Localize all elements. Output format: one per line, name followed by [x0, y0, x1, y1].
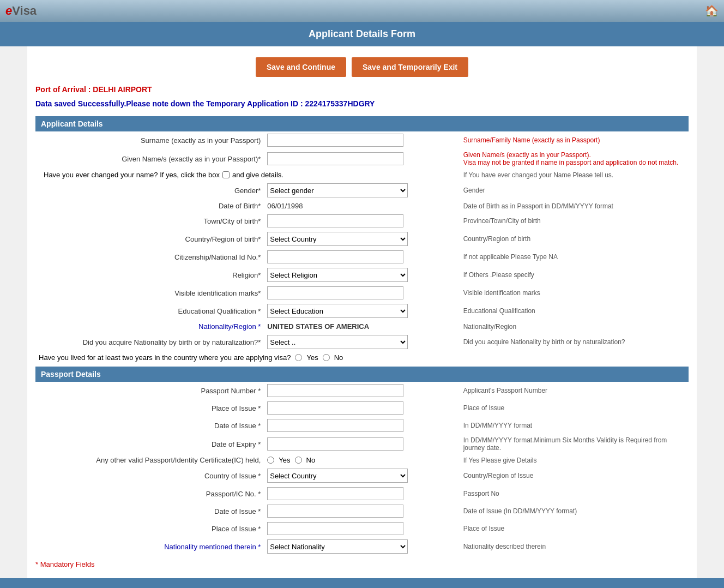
town-input[interactable] — [267, 214, 403, 227]
name-changed-checkbox[interactable] — [222, 171, 230, 178]
education-select[interactable]: Select Education Below Matriculation Mat… — [267, 304, 408, 318]
date-issue2-input[interactable] — [267, 505, 403, 518]
place-issue2-label: Place of Issue * — [35, 520, 264, 537]
place-issue-input-cell — [264, 399, 460, 417]
date-issue-label: Date of Issue * — [35, 417, 264, 434]
visible-marks-hint: Visible identification marks — [460, 284, 689, 302]
surname-row: Surname (exactly as in your Passport) Su… — [35, 131, 689, 149]
date-issue-row: Date of Issue * In DD/MM/YYYY format — [35, 417, 689, 434]
other-passport-yes-label: Yes — [279, 456, 290, 464]
two-years-no-radio[interactable] — [323, 354, 330, 361]
place-issue-row: Place of Issue * Place of Issue — [35, 399, 689, 417]
gender-select-cell: Select gender Male Female Transgender — [264, 181, 460, 200]
country-birth-row: Country/Region of birth* Select Country … — [35, 230, 689, 248]
name-changed-hint: If You have ever changed your Name Pleas… — [460, 169, 689, 181]
visible-marks-input-cell — [264, 284, 460, 302]
acquire-nat-select[interactable]: Select .. Birth Naturalization — [267, 335, 408, 349]
country-birth-label: Country/Region of birth* — [35, 230, 264, 248]
date-issue-hint: In DD/MM/YYYY format — [460, 417, 689, 434]
gender-row: Gender* Select gender Male Female Transg… — [35, 181, 689, 200]
passport-no-input[interactable] — [267, 384, 403, 397]
dob-value: 06/01/1998 — [267, 202, 303, 210]
religion-select-cell: Select Religion Hindu Muslim Christian S… — [264, 266, 460, 284]
country-issue-label: Country of Issue * — [35, 466, 264, 485]
town-row: Town/City of birth* Province/Town/City o… — [35, 212, 689, 230]
two-years-yes-radio[interactable] — [295, 354, 302, 361]
nationality-value: UNITED STATES OF AMERICA — [267, 322, 369, 331]
given-name-row: Given Name/s (exactly as in your Passpor… — [35, 149, 689, 169]
other-passport-hint: If Yes Please give Details — [460, 454, 689, 466]
date-expiry-hint: In DD/MM/YYYY format.Minimum Six Months … — [460, 434, 689, 454]
given-name-label: Given Name/s (exactly as in your Passpor… — [35, 149, 264, 169]
other-passport-yes-radio[interactable] — [267, 457, 274, 464]
date-issue2-label: Date of Issue * — [35, 502, 264, 520]
nationality-therein-select[interactable]: Select Nationality — [267, 539, 408, 554]
gender-label: Gender* — [35, 181, 264, 200]
other-passport-radio-cell: Yes No — [264, 454, 460, 466]
acquire-nat-select-cell: Select .. Birth Naturalization — [264, 333, 460, 351]
dob-value-cell: 06/01/1998 — [264, 200, 460, 212]
passport-ic-row: Passport/IC No. * Passport No — [35, 485, 689, 502]
other-passport-no-radio[interactable] — [295, 457, 302, 464]
nationality-label: Nationality/Region * — [35, 320, 264, 333]
save-continue-button-top[interactable]: Save and Continue — [256, 57, 346, 77]
gender-select[interactable]: Select gender Male Female Transgender — [267, 183, 408, 197]
save-exit-button-top[interactable]: Save and Temporarily Exit — [352, 57, 468, 77]
mandatory-note: * Mandatory Fields — [35, 556, 689, 573]
passport-no-hint: Applicant's Passport Number — [460, 382, 689, 399]
citizenship-input[interactable] — [267, 250, 403, 263]
country-issue-row: Country of Issue * Select Country Countr… — [35, 466, 689, 485]
town-hint: Province/Town/City of birth — [460, 212, 689, 230]
passport-ic-hint: Passport No — [460, 485, 689, 502]
citizenship-label: Citizenship/National Id No.* — [35, 248, 264, 266]
applicant-details-header: Applicant Details — [35, 116, 689, 131]
date-issue-input-cell — [264, 417, 460, 434]
date-expiry-input-cell — [264, 434, 460, 454]
passport-ic-input[interactable] — [267, 487, 403, 500]
education-label: Educational Qualification * — [35, 302, 264, 320]
applicant-form-table: Surname (exactly as in your Passport) Su… — [35, 131, 689, 364]
dob-hint: Date of Birth as in Passport in DD/MM/YY… — [460, 200, 689, 212]
date-expiry-input[interactable] — [267, 437, 403, 451]
two-years-label: Have you lived for at least two years in… — [39, 353, 291, 362]
bottom-bar: Save and Continue Save and Temporarily E… — [0, 578, 724, 588]
town-label: Town/City of birth* — [35, 212, 264, 230]
other-passport-no-label: No — [306, 456, 316, 464]
country-birth-select[interactable]: Select Country — [267, 232, 408, 246]
page-title: Applicant Details Form — [0, 22, 724, 46]
home-icon[interactable]: 🏠 — [705, 4, 719, 17]
nationality-therein-select-cell: Select Nationality — [264, 537, 460, 556]
place-issue-label: Place of Issue * — [35, 399, 264, 417]
visible-marks-input[interactable] — [267, 286, 403, 299]
place-issue2-row: Place of Issue * Place of Issue — [35, 520, 689, 537]
two-years-row: Have you lived for at least two years in… — [35, 351, 689, 364]
bottom-button-row: Save and Continue Save and Temporarily E… — [4, 583, 720, 588]
place-issue2-hint: Place of Issue — [460, 520, 689, 537]
acquire-nat-hint: Did you acquire Nationality by birth or … — [460, 333, 689, 351]
nationality-row: Nationality/Region * UNITED STATES OF AM… — [35, 320, 689, 333]
given-name-input[interactable] — [267, 152, 403, 165]
name-changed-row: Have you ever changed your name? If yes,… — [35, 169, 689, 181]
place-issue-hint: Place of Issue — [460, 399, 689, 417]
given-name-input-cell — [264, 149, 460, 169]
place-issue2-input[interactable] — [267, 522, 403, 535]
passport-ic-label: Passport/IC No. * — [35, 485, 264, 502]
gender-hint: Gender — [460, 181, 689, 200]
surname-label: Surname (exactly as in your Passport) — [35, 131, 264, 149]
other-passport-label: Any other valid Passport/Identity Certif… — [35, 454, 264, 466]
country-birth-hint: Country/Region of birth — [460, 230, 689, 248]
date-issue-input[interactable] — [267, 419, 403, 432]
place-issue-input[interactable] — [267, 401, 403, 415]
two-years-yes-label: Yes — [306, 353, 318, 362]
surname-input[interactable] — [267, 134, 403, 147]
date-issue2-input-cell — [264, 502, 460, 520]
town-input-cell — [264, 212, 460, 230]
date-issue2-hint: Date of Issue (In DD/MM/YYYY format) — [460, 502, 689, 520]
citizenship-input-cell — [264, 248, 460, 266]
religion-label: Religion* — [35, 266, 264, 284]
passport-details-header: Passport Details — [35, 367, 689, 382]
passport-ic-input-cell — [264, 485, 460, 502]
country-issue-select[interactable]: Select Country — [267, 469, 408, 483]
two-years-no-label: No — [334, 353, 343, 362]
religion-select[interactable]: Select Religion Hindu Muslim Christian S… — [267, 268, 408, 282]
